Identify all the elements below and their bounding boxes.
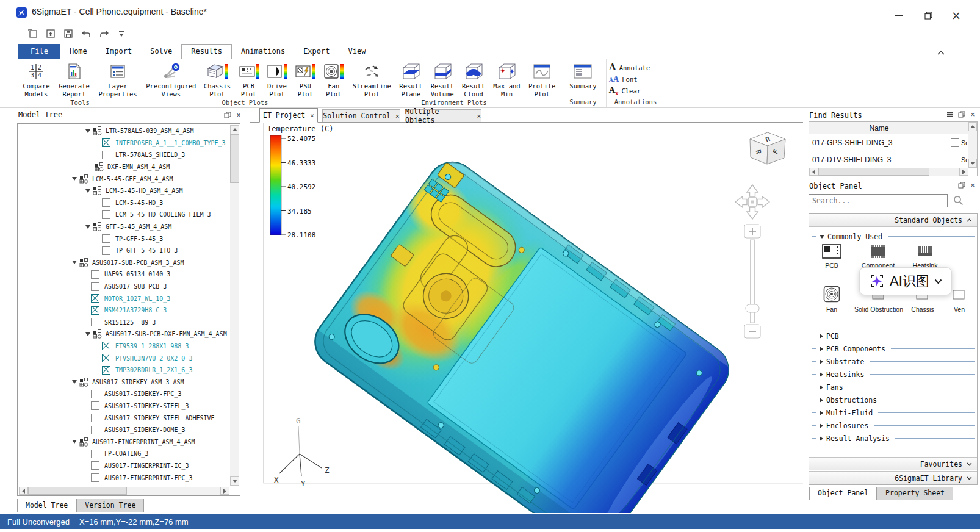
object-item-pcb[interactable]: PCB	[814, 244, 849, 269]
undo-icon[interactable]	[80, 27, 92, 40]
category-result-analysis[interactable]: Result Analysis	[812, 432, 975, 445]
tree-item[interactable]: ASUS017-SIDEKEY_ASM_3_ASM	[18, 376, 230, 388]
tab-file[interactable]: File	[18, 44, 60, 59]
checkbox-unchecked[interactable]	[91, 426, 99, 434]
tree-item[interactable]: PTVSHC3N7VU_2_0X2_0_3	[18, 352, 230, 364]
standard-objects-header[interactable]: Standard Objects	[809, 214, 977, 227]
checkbox-unchecked[interactable]	[91, 270, 99, 279]
checkbox-unchecked[interactable]	[102, 151, 110, 159]
tab-animations[interactable]: Animations	[232, 44, 294, 59]
generate-report-button[interactable]: Generate Report	[57, 60, 91, 98]
object-item-fan[interactable]: Fan	[814, 286, 849, 313]
checkbox-checked[interactable]	[91, 294, 99, 303]
expand-arrow-icon[interactable]	[72, 380, 77, 384]
tree-item[interactable]: ASUS017_SIDEKEY-DOME_3	[18, 424, 230, 436]
restore-button[interactable]	[918, 9, 939, 22]
checkbox-checked[interactable]	[102, 354, 110, 362]
tab-solve[interactable]: Solve	[141, 44, 181, 59]
result-cloud-button[interactable]: Result Cloud	[461, 60, 486, 98]
tab-solution-control[interactable]: Solution Control×	[322, 109, 400, 122]
left-splitter[interactable]	[247, 108, 247, 513]
redo-icon[interactable]	[98, 27, 110, 40]
category-enclosures[interactable]: Enclosures	[812, 419, 975, 432]
category-multi-fluid[interactable]: Multi-Fluid	[812, 406, 975, 419]
category-fans[interactable]: Fans	[812, 381, 975, 394]
commonly-used-group[interactable]: Commonly Used	[812, 230, 975, 243]
tab-property-sheet[interactable]: Property Sheet	[877, 487, 953, 500]
tree-item[interactable]: LTR-578ALS-039_ASM_4_ASM	[18, 125, 230, 137]
close-panel-icon[interactable]: ×	[968, 110, 977, 118]
tree-item[interactable]: TP-GFF-5-45-ITO_3	[18, 245, 230, 257]
3d-scene[interactable]: Temperature (C) 52.407546.333340.259234.…	[250, 123, 803, 513]
tree-item[interactable]: LCM-5-45-HD_3	[18, 197, 230, 209]
checkbox-unchecked[interactable]	[91, 401, 99, 410]
row-extra-cell[interactable]: Soli	[949, 151, 968, 168]
tree-item[interactable]: LTR-578ALS_SHIELD_3	[18, 149, 230, 161]
tab-export[interactable]: Export	[294, 44, 339, 59]
tree-item[interactable]: ASUS017-SIDEKEY-STEEL-ADHESIVE_	[18, 412, 230, 424]
favourites-header[interactable]: Favourites	[809, 457, 977, 470]
tree-item[interactable]: MOTOR_1027_WL_10_3	[18, 292, 230, 304]
new-model-icon[interactable]	[27, 27, 39, 40]
max-and-min-button[interactable]: Max and Min	[492, 60, 521, 98]
profile-plot-button[interactable]: Profile Plot	[527, 60, 557, 98]
layer-properties-button[interactable]: Layer Properties	[97, 60, 138, 98]
summary-button[interactable]: Summary	[568, 60, 597, 91]
checkbox-unchecked[interactable]	[102, 210, 110, 219]
tab-version-tree[interactable]: Version Tree	[76, 499, 144, 512]
chevron-down-icon[interactable]	[934, 279, 942, 284]
checkbox-unchecked[interactable]	[102, 198, 110, 207]
category-substrate[interactable]: Substrate	[812, 355, 975, 368]
tab-model-tree[interactable]: Model Tree	[17, 499, 76, 512]
tree-vertical-scrollbar[interactable]	[230, 125, 239, 486]
expand-arrow-icon[interactable]	[85, 332, 90, 336]
tree-item[interactable]: ASUS017-SUB-PCB_3	[18, 281, 230, 293]
preconfigured-views-button[interactable]: Preconfigured Views	[145, 60, 197, 98]
checkbox-unchecked[interactable]	[91, 282, 99, 291]
close-tab-icon[interactable]: ×	[477, 112, 481, 120]
save-icon[interactable]	[62, 27, 74, 40]
close-panel-icon[interactable]: ×	[968, 181, 977, 189]
table-row[interactable]: 017-GPS-SHIELDING_3	[809, 134, 949, 151]
checkbox-unchecked[interactable]	[91, 450, 99, 458]
column-header-name[interactable]: Name	[809, 122, 949, 134]
chassis-plot-button[interactable]: Chassis Plot	[203, 60, 232, 98]
tree-item[interactable]: LCM-5-45-GFF_ASM_4_ASM	[18, 173, 230, 185]
drive-plot-button[interactable]: Drive Plot	[265, 60, 289, 98]
clear-annotations-button[interactable]: Ax Clear	[607, 85, 665, 96]
close-panel-icon[interactable]: ×	[234, 111, 243, 119]
tree-item[interactable]: FP-COATING_3	[18, 448, 230, 460]
tab-object-panel[interactable]: Object Panel	[809, 487, 877, 500]
tab-et-project[interactable]: ET Project×	[259, 108, 318, 123]
checkbox-unchecked[interactable]	[91, 414, 99, 422]
tree-item[interactable]: UAF95-05134-0140_3	[18, 268, 230, 281]
open-model-icon[interactable]	[45, 27, 57, 40]
close-tab-icon[interactable]: ×	[310, 112, 314, 120]
tree-item[interactable]: ET9539_1_288X1_988_3	[18, 340, 230, 353]
float-panel-icon[interactable]	[957, 110, 966, 118]
tab-home[interactable]: Home	[60, 44, 96, 59]
checkbox-unchecked[interactable]	[91, 473, 99, 482]
toolbar-more-icon[interactable]	[115, 27, 128, 40]
checkbox-unchecked[interactable]	[102, 234, 110, 243]
checkbox-unchecked[interactable]	[91, 390, 99, 398]
category-pcb[interactable]: PCB	[812, 329, 975, 342]
results-vertical-scrollbar[interactable]	[968, 122, 977, 168]
checkbox-unchecked[interactable]	[91, 486, 99, 486]
minimize-button[interactable]	[888, 9, 909, 22]
fan-plot-button[interactable]: Fan Plot	[322, 60, 345, 98]
tab-multiple-objects[interactable]: Multiple Objects×	[405, 109, 481, 122]
tree-item[interactable]: TP-GFF-5-45_3	[18, 232, 230, 245]
tree-item[interactable]	[18, 484, 230, 486]
float-panel-icon[interactable]	[957, 181, 966, 189]
streamline-plot-button[interactable]: Streamline Plot	[351, 60, 392, 98]
tree-item[interactable]: ASUS017-SIDEKEY-STEEL_3	[18, 400, 230, 412]
result-volume-button[interactable]: Result Volume	[430, 60, 455, 98]
search-input[interactable]: Search...	[809, 194, 948, 207]
font-button[interactable]: AA Font	[607, 73, 665, 85]
annotate-button[interactable]: A Annotate	[607, 62, 665, 73]
ai-recognition-button[interactable]: AI识图	[859, 267, 952, 295]
tree-horizontal-scrollbar[interactable]	[19, 487, 229, 495]
object-item-component[interactable]: Component	[857, 244, 899, 269]
tree-item[interactable]: AUS017-FINGERPRINT-FPC_3	[18, 472, 230, 484]
